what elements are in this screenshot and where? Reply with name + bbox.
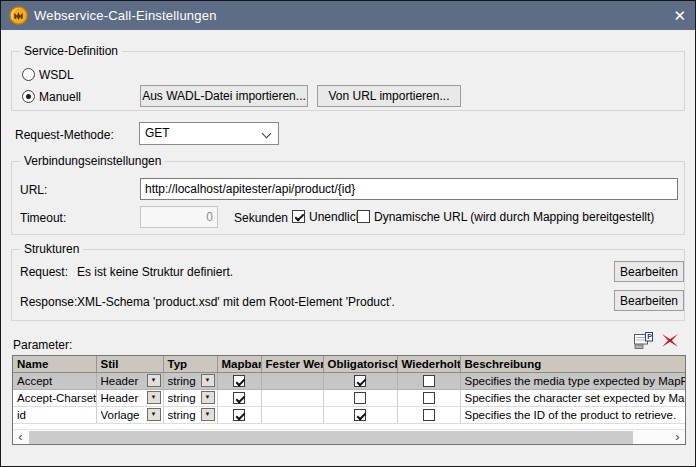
parameter-table: NameStilTypMapbarFester WertObligatorisc… <box>12 355 686 445</box>
delete-parameter-icon[interactable] <box>661 333 679 348</box>
table-row[interactable]: AcceptHeader▼string▼Specifies the media … <box>13 372 685 389</box>
infinite-checkbox[interactable] <box>292 210 305 223</box>
mapforce-icon <box>9 6 28 25</box>
title-bar: Webservice-Call-Einstellungen ✕ <box>1 1 695 30</box>
timeout-label: Timeout: <box>20 211 66 225</box>
cell-wiederholt <box>397 406 460 423</box>
column-header[interactable]: Name <box>13 356 96 372</box>
checkbox[interactable] <box>233 375 245 387</box>
scrollbar-thumb[interactable] <box>29 431 633 444</box>
request-method-value: GET <box>145 123 170 144</box>
column-header[interactable]: Obligatorisch <box>323 356 397 372</box>
add-parameter-icon[interactable]: P <box>633 331 654 350</box>
seconds-label: Sekunden <box>234 211 288 225</box>
cell-stil[interactable]: Header▼ <box>96 389 163 406</box>
request-value: Es ist keine Struktur definiert. <box>77 265 233 279</box>
close-icon[interactable]: ✕ <box>673 1 686 30</box>
infinite-checkbox-row[interactable]: Unendlich <box>292 209 362 224</box>
scroll-left-icon[interactable]: ‹ <box>13 430 28 444</box>
cell-stil[interactable]: Vorlage▼ <box>96 406 163 423</box>
radio-wsdl-label: WSDL <box>39 68 74 82</box>
cell-obligatorisch <box>323 406 397 423</box>
cell-fester-wert[interactable] <box>261 406 323 423</box>
cell-obligatorisch <box>323 389 397 406</box>
dynamic-url-checkbox[interactable] <box>357 210 370 223</box>
table-header-row: NameStilTypMapbarFester WertObligatorisc… <box>13 356 685 372</box>
cell-name[interactable]: Accept-Charset <box>13 389 96 406</box>
checkbox[interactable] <box>423 409 435 421</box>
dynamic-url-checkbox-label: Dynamische URL (wird durch Mapping berei… <box>374 210 654 224</box>
structures-group: Strukturen Request: Es ist keine Struktu… <box>11 249 685 321</box>
column-header[interactable]: Typ <box>163 356 217 372</box>
webservice-call-settings-dialog: Webservice-Call-Einstellungen ✕ Service-… <box>0 0 696 467</box>
radio-option-wsdl[interactable]: WSDL <box>22 67 74 82</box>
dropdown-arrow-icon[interactable]: ▼ <box>147 408 161 421</box>
cell-value: Vorlage <box>101 409 147 421</box>
cell-mapbar <box>217 389 261 406</box>
cell-mapbar <box>217 406 261 423</box>
radio-manuell[interactable] <box>22 90 35 103</box>
checkbox[interactable] <box>233 409 245 421</box>
cell-fester-wert[interactable] <box>261 372 323 389</box>
request-label: Request: <box>20 265 68 279</box>
cell-typ[interactable]: string▼ <box>163 372 217 389</box>
infinite-checkbox-label: Unendlich <box>309 210 362 224</box>
timeout-input[interactable] <box>140 206 218 228</box>
dropdown-arrow-icon[interactable]: ▼ <box>147 374 161 387</box>
dropdown-arrow-icon[interactable]: ▼ <box>201 408 215 421</box>
radio-option-manuell[interactable]: Manuell <box>22 89 81 104</box>
dropdown-arrow-icon[interactable]: ▼ <box>201 374 215 387</box>
request-method-select[interactable]: GET <box>139 122 279 145</box>
group-label: Service-Definition <box>20 44 122 58</box>
cell-beschreibung[interactable]: Specifies the ID of the product to retri… <box>460 406 685 423</box>
radio-manuell-label: Manuell <box>39 90 81 104</box>
cell-fester-wert[interactable] <box>261 389 323 406</box>
cell-beschreibung[interactable]: Specifies the media type expected by Map… <box>460 372 685 389</box>
cell-value: string <box>168 409 201 421</box>
parameter-table-body: AcceptHeader▼string▼Specifies the media … <box>13 372 685 423</box>
radio-wsdl[interactable] <box>22 68 35 81</box>
cell-mapbar <box>217 372 261 389</box>
dropdown-arrow-icon[interactable]: ▼ <box>201 391 215 404</box>
checkbox[interactable] <box>423 392 435 404</box>
dynamic-url-checkbox-row[interactable]: Dynamische URL (wird durch Mapping berei… <box>357 209 654 224</box>
horizontal-scrollbar[interactable]: ‹ › <box>13 429 685 444</box>
column-header[interactable]: Beschreibung <box>460 356 685 372</box>
cell-value: string <box>168 392 201 404</box>
group-label: Strukturen <box>20 242 83 256</box>
column-header[interactable]: Stil <box>96 356 163 372</box>
window-title: Webservice-Call-Einstellungen <box>34 1 217 30</box>
checkbox[interactable] <box>423 375 435 387</box>
cell-stil[interactable]: Header▼ <box>96 372 163 389</box>
svg-text:P: P <box>647 333 652 340</box>
cell-value: string <box>168 375 201 387</box>
chevron-down-icon <box>262 129 272 139</box>
checkbox[interactable] <box>354 392 366 404</box>
column-header[interactable]: Fester Wert <box>261 356 323 372</box>
import-url-button[interactable]: Von URL importieren... <box>317 85 461 107</box>
table-row[interactable]: Accept-CharsetHeader▼string▼Specifies th… <box>13 389 685 406</box>
dropdown-arrow-icon[interactable]: ▼ <box>147 391 161 404</box>
cell-wiederholt <box>397 372 460 389</box>
cell-value: Header <box>101 375 147 387</box>
cell-typ[interactable]: string▼ <box>163 389 217 406</box>
table-row[interactable]: idVorlage▼string▼Specifies the ID of the… <box>13 406 685 423</box>
request-method-label: Request-Methode: <box>15 128 114 142</box>
checkbox[interactable] <box>233 392 245 404</box>
import-wadl-button[interactable]: Aus WADL-Datei importieren... <box>140 85 308 107</box>
cell-name[interactable]: Accept <box>13 372 96 389</box>
url-input[interactable] <box>140 178 678 200</box>
edit-request-button[interactable]: Bearbeiten <box>614 261 684 282</box>
column-header[interactable]: Mapbar <box>217 356 261 372</box>
checkbox[interactable] <box>354 409 366 421</box>
cell-obligatorisch <box>323 372 397 389</box>
cell-beschreibung[interactable]: Specifies the character set expected by … <box>460 389 685 406</box>
cell-name[interactable]: id <box>13 406 96 423</box>
checkbox[interactable] <box>354 375 366 387</box>
scroll-right-icon[interactable]: › <box>670 430 685 444</box>
group-label: Verbindungseinstellungen <box>20 154 165 168</box>
column-header[interactable]: Wiederholt <box>397 356 460 372</box>
cell-typ[interactable]: string▼ <box>163 406 217 423</box>
parameters-label: Parameter: <box>13 338 72 352</box>
edit-response-button[interactable]: Bearbeiten <box>614 290 684 311</box>
